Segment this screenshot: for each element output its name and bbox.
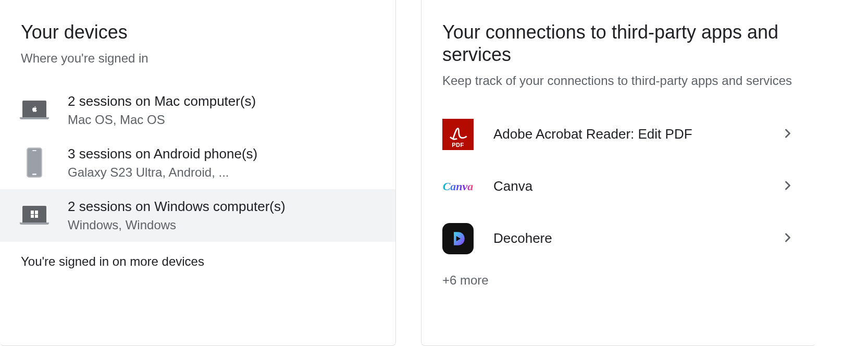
- device-sub: Galaxy S23 Ultra, Android, ...: [68, 165, 257, 180]
- device-text: 2 sessions on Windows computer(s) Window…: [68, 199, 286, 232]
- device-item-android[interactable]: 3 sessions on Android phone(s) Galaxy S2…: [0, 137, 395, 189]
- device-title: 2 sessions on Mac computer(s): [68, 93, 256, 109]
- device-title: 2 sessions on Windows computer(s): [68, 199, 286, 215]
- devices-card: Your devices Where you're signed in 2 se…: [0, 0, 396, 346]
- devices-header: Your devices Where you're signed in: [0, 0, 395, 71]
- connections-subtitle: Keep track of your connections to third-…: [442, 72, 795, 90]
- device-text: 2 sessions on Mac computer(s) Mac OS, Ma…: [68, 93, 256, 127]
- connection-item-canva[interactable]: Canva Canva: [421, 160, 816, 213]
- decohere-icon: [442, 223, 474, 254]
- connections-card: Your connections to third-party apps and…: [421, 0, 816, 346]
- devices-title: Your devices: [21, 21, 375, 43]
- android-phone-icon: [21, 149, 48, 176]
- chevron-right-icon: [780, 230, 795, 247]
- devices-list: 2 sessions on Mac computer(s) Mac OS, Ma…: [0, 84, 395, 242]
- adobe-acrobat-icon: PDF: [442, 119, 474, 150]
- windows-laptop-icon: [21, 202, 48, 229]
- canva-icon: Canva: [442, 171, 474, 202]
- connections-list: PDF Adobe Acrobat Reader: Edit PDF Canva…: [421, 108, 816, 265]
- device-item-mac[interactable]: 2 sessions on Mac computer(s) Mac OS, Ma…: [0, 84, 395, 137]
- connection-item-adobe[interactable]: PDF Adobe Acrobat Reader: Edit PDF: [421, 108, 816, 160]
- connection-name: Adobe Acrobat Reader: Edit PDF: [493, 126, 761, 142]
- device-item-windows[interactable]: 2 sessions on Windows computer(s) Window…: [0, 189, 395, 242]
- devices-subtitle: Where you're signed in: [21, 50, 375, 67]
- device-text: 3 sessions on Android phone(s) Galaxy S2…: [68, 146, 257, 180]
- device-sub: Windows, Windows: [68, 218, 286, 232]
- mac-laptop-icon: [21, 96, 48, 123]
- connections-title: Your connections to third-party apps and…: [442, 21, 795, 66]
- connections-header: Your connections to third-party apps and…: [421, 0, 816, 94]
- chevron-right-icon: [780, 126, 795, 143]
- device-title: 3 sessions on Android phone(s): [68, 146, 257, 162]
- chevron-right-icon: [780, 178, 795, 195]
- connection-name: Canva: [493, 178, 761, 194]
- more-connections-text[interactable]: +6 more: [421, 265, 816, 296]
- more-devices-text: You're signed in on more devices: [0, 242, 395, 273]
- connection-name: Decohere: [493, 230, 761, 246]
- device-sub: Mac OS, Mac OS: [68, 113, 256, 127]
- connection-item-decohere[interactable]: Decohere: [421, 213, 816, 265]
